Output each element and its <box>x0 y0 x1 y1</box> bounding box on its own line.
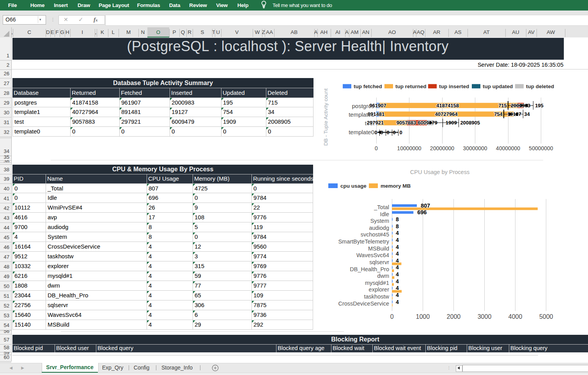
svg-text:CrossDeviceService: CrossDeviceService <box>338 300 389 307</box>
svg-text:svchost#45: svchost#45 <box>361 231 389 238</box>
svg-text:WavesSvc64: WavesSvc64 <box>356 252 389 258</box>
svg-text:4: 4 <box>396 285 399 291</box>
svg-text:4: 4 <box>396 292 399 298</box>
svg-text:34: 34 <box>524 111 530 117</box>
svg-text:0: 0 <box>375 145 378 151</box>
svg-text:0: 0 <box>399 130 402 135</box>
svg-text:30000000: 30000000 <box>463 145 487 151</box>
svg-text:5000: 5000 <box>539 313 553 320</box>
svg-text:DB - Tuple Activity count: DB - Tuple Activity count <box>323 89 329 146</box>
svg-text:_Total: _Total <box>374 204 389 210</box>
svg-text:4: 4 <box>396 251 399 257</box>
svg-text:4: 4 <box>396 299 399 305</box>
svg-text:715: 715 <box>498 103 507 108</box>
svg-text:40727964: 40727964 <box>435 111 458 117</box>
svg-text:50000000: 50000000 <box>529 145 553 151</box>
svg-text:cpu usage: cpu usage <box>340 183 367 189</box>
svg-text:3000: 3000 <box>478 313 492 320</box>
svg-text:tup fetched: tup fetched <box>354 84 382 89</box>
svg-text:4000: 4000 <box>508 313 522 320</box>
svg-text:DB_Health_Pro: DB_Health_Pro <box>350 266 389 272</box>
svg-text:961907: 961907 <box>369 103 386 108</box>
svg-text:20000000: 20000000 <box>430 145 455 151</box>
svg-text:8: 8 <box>396 223 399 229</box>
svg-text:audiodg: audiodg <box>369 225 389 231</box>
svg-text:9057883: 9057883 <box>397 120 416 126</box>
svg-text:SmartByteTelemetry: SmartByteTelemetry <box>338 238 389 245</box>
svg-text:explorer: explorer <box>369 286 390 293</box>
svg-text:0: 0 <box>374 130 377 135</box>
svg-text:tup deleted: tup deleted <box>526 84 554 89</box>
svg-text:4: 4 <box>396 264 399 270</box>
svg-text:tup returned: tup returned <box>395 84 427 89</box>
svg-text:sqlservr: sqlservr <box>369 259 389 265</box>
svg-text:754: 754 <box>494 111 503 117</box>
svg-text:4: 4 <box>396 258 399 264</box>
svg-text:dwm: dwm <box>377 273 389 279</box>
svg-text:tup updated: tup updated <box>483 84 513 89</box>
svg-text:4: 4 <box>396 230 399 236</box>
svg-text:taskhostw: taskhostw <box>364 293 390 300</box>
svg-text:696: 696 <box>417 209 427 215</box>
svg-text:mysqld#1: mysqld#1 <box>365 280 389 286</box>
svg-text:4: 4 <box>396 237 399 243</box>
svg-text:template0: template0 <box>349 129 374 135</box>
svg-text:CPU Usage by Process: CPU Usage by Process <box>410 169 469 175</box>
svg-text:10000000: 10000000 <box>397 145 422 151</box>
svg-text:891481: 891481 <box>368 111 384 117</box>
svg-text:8: 8 <box>396 216 399 222</box>
svg-text:40000000: 40000000 <box>496 145 521 151</box>
svg-text:807: 807 <box>421 203 430 209</box>
svg-text:Idle: Idle <box>380 211 389 217</box>
svg-text:0: 0 <box>390 313 394 320</box>
svg-text:MSBuild: MSBuild <box>368 245 389 252</box>
svg-text:297921: 297921 <box>367 120 384 126</box>
svg-text:System: System <box>370 218 389 224</box>
svg-text:4: 4 <box>396 244 399 250</box>
svg-text:4: 4 <box>396 271 399 277</box>
svg-text:tup inserted: tup inserted <box>439 84 469 89</box>
svg-text:195: 195 <box>535 103 544 108</box>
svg-text:2008905: 2008905 <box>460 120 480 126</box>
svg-text:41874158: 41874158 <box>436 103 459 108</box>
svg-text:memory MB: memory MB <box>381 183 411 189</box>
svg-text:1000: 1000 <box>416 313 430 320</box>
svg-text:2000: 2000 <box>447 313 461 320</box>
svg-text:4: 4 <box>396 278 399 284</box>
